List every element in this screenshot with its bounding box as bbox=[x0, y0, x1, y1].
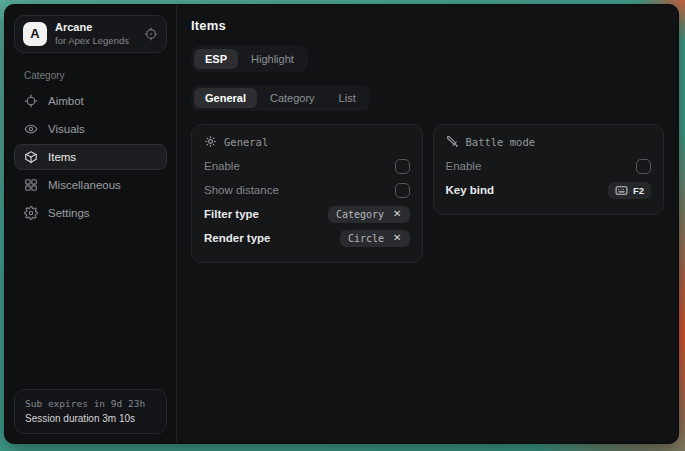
sidebar-nav: Aimbot Visuals bbox=[5, 88, 176, 226]
subscription-info-card: Sub expires in 9d 23h Session duration 3… bbox=[14, 389, 167, 434]
panels-row: General Enable Show distance Filter type… bbox=[191, 124, 664, 263]
setting-label: Enable bbox=[446, 160, 482, 172]
setting-label: Show distance bbox=[204, 184, 279, 196]
battle-enable-checkbox[interactable] bbox=[636, 159, 651, 174]
close-icon[interactable]: ✕ bbox=[393, 233, 401, 243]
setting-label: Filter type bbox=[204, 208, 259, 220]
enable-checkbox[interactable] bbox=[395, 159, 410, 174]
setting-row-show-distance: Show distance bbox=[204, 178, 410, 202]
sidebar-item-label: Settings bbox=[48, 207, 90, 219]
tab-list[interactable]: List bbox=[328, 88, 367, 108]
sub-expires-text: Sub expires in 9d 23h bbox=[25, 397, 156, 411]
setting-row-render-type: Render type Circle ✕ bbox=[204, 226, 410, 250]
keyboard-icon bbox=[615, 185, 628, 196]
key-bind-button[interactable]: F2 bbox=[608, 182, 651, 199]
panel-general-header: General bbox=[204, 135, 410, 148]
sidebar-item-items[interactable]: Items bbox=[14, 144, 167, 170]
setting-row-filter-type: Filter type Category ✕ bbox=[204, 202, 410, 226]
panel-title: General bbox=[224, 136, 268, 148]
show-distance-checkbox[interactable] bbox=[395, 183, 410, 198]
panel-battle-mode: Battle mode Enable Key bind bbox=[433, 124, 665, 215]
app-window: A Arcane for Apex Legends Category bbox=[4, 4, 679, 444]
filter-type-select[interactable]: Category ✕ bbox=[328, 206, 410, 223]
sidebar-item-label: Aimbot bbox=[48, 95, 84, 107]
sun-icon bbox=[204, 135, 217, 148]
brand-subtitle: for Apex Legends bbox=[55, 36, 136, 47]
view-tabs: General Category List bbox=[191, 85, 370, 111]
package-icon bbox=[24, 150, 38, 164]
tab-category[interactable]: Category bbox=[259, 88, 326, 108]
sidebar-item-label: Items bbox=[48, 151, 76, 163]
crosshair-icon bbox=[24, 94, 38, 108]
tab-esp[interactable]: ESP bbox=[194, 49, 238, 69]
setting-row-enable: Enable bbox=[204, 154, 410, 178]
sidebar-item-settings[interactable]: Settings bbox=[14, 200, 167, 226]
setting-label: Render type bbox=[204, 232, 270, 244]
setting-label: Enable bbox=[204, 160, 240, 172]
crosshair-target-icon[interactable] bbox=[144, 27, 158, 41]
grid-icon bbox=[24, 178, 38, 192]
sidebar-section-label: Category bbox=[24, 70, 176, 81]
desktop-background: A Arcane for Apex Legends Category bbox=[0, 0, 685, 451]
close-icon[interactable]: ✕ bbox=[393, 209, 401, 219]
brand-title: Arcane bbox=[55, 21, 136, 34]
setting-row-enable: Enable bbox=[446, 154, 652, 178]
panel-battle-mode-header: Battle mode bbox=[446, 135, 652, 148]
eye-icon bbox=[24, 122, 38, 136]
tab-highlight[interactable]: Highlight bbox=[240, 49, 305, 69]
key-bind-value: F2 bbox=[633, 185, 644, 196]
sidebar-item-miscellaneous[interactable]: Miscellaneous bbox=[14, 172, 167, 198]
render-type-select[interactable]: Circle ✕ bbox=[340, 230, 410, 247]
main-content: Items ESP Highlight General Category Lis… bbox=[177, 5, 678, 443]
sidebar: A Arcane for Apex Legends Category bbox=[5, 5, 177, 443]
session-duration-text: Session duration 3m 10s bbox=[25, 412, 156, 426]
page-title: Items bbox=[191, 18, 664, 33]
tab-general[interactable]: General bbox=[194, 88, 257, 108]
sidebar-item-aimbot[interactable]: Aimbot bbox=[14, 88, 167, 114]
mode-tabs: ESP Highlight bbox=[191, 46, 308, 72]
panel-title: Battle mode bbox=[466, 136, 536, 148]
setting-row-key-bind: Key bind F2 bbox=[446, 178, 652, 202]
panel-general: General Enable Show distance Filter type… bbox=[191, 124, 423, 263]
brand-card: A Arcane for Apex Legends bbox=[14, 15, 167, 53]
sidebar-item-visuals[interactable]: Visuals bbox=[14, 116, 167, 142]
sidebar-item-label: Miscellaneous bbox=[48, 179, 121, 191]
app-logo: A bbox=[23, 22, 47, 46]
brand-text: Arcane for Apex Legends bbox=[55, 21, 136, 47]
setting-label: Key bind bbox=[446, 184, 495, 196]
sword-icon bbox=[446, 135, 459, 148]
filter-type-value: Category bbox=[336, 209, 384, 220]
render-type-value: Circle bbox=[348, 233, 384, 244]
gear-icon bbox=[24, 206, 38, 220]
sidebar-item-label: Visuals bbox=[48, 123, 85, 135]
